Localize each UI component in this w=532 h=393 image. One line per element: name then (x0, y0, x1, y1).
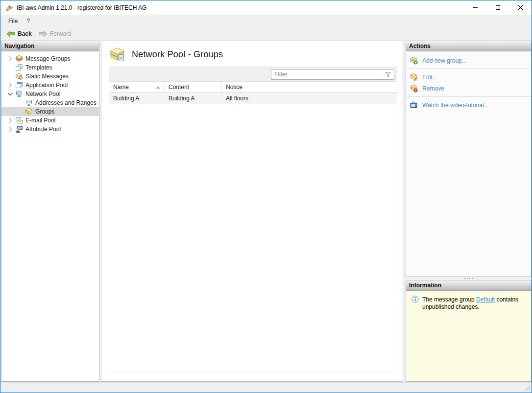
addresses-ranges-icon (25, 99, 33, 107)
sidebar-item-label: Templates (25, 64, 52, 71)
resize-grip[interactable] (529, 390, 530, 391)
column-header-name[interactable]: Name (109, 82, 165, 92)
action-label: Watch the video-tutorial... (422, 102, 489, 109)
info-text-prefix: The message group (422, 296, 476, 303)
edit-group-icon (410, 73, 418, 81)
add-group-icon (410, 56, 418, 65)
toolbar: Back Forward (0, 27, 532, 40)
forward-label: Forward (50, 30, 72, 37)
menu-file[interactable]: File (4, 16, 22, 26)
column-header-notice[interactable]: Notice (222, 82, 397, 92)
sidebar-item-label: Static Messages (25, 73, 69, 80)
sidebar-item-addresses-and-ranges[interactable]: Addresses and Ranges (1, 98, 99, 107)
forward-arrow-icon (39, 30, 48, 37)
chevron-down-icon[interactable] (6, 90, 14, 98)
window-controls (464, 0, 532, 15)
video-tutorial-link[interactable]: Watch the video-tutorial... (406, 99, 531, 111)
menu-help[interactable]: ? (22, 16, 34, 26)
sidebar-item-label: Attribute Pool (25, 126, 61, 133)
splitter-dot (467, 278, 468, 279)
chevron-right-icon[interactable] (6, 125, 14, 133)
actions-separator (407, 69, 531, 69)
sidebar-item-templates[interactable]: Templates (1, 63, 99, 72)
groups-icon (25, 108, 33, 116)
maximize-button[interactable] (486, 0, 509, 15)
action-label: Add new group... (422, 57, 467, 64)
back-label: Back (18, 30, 32, 37)
info-icon (411, 296, 419, 303)
column-label: Content (169, 84, 189, 91)
navigation-panel: Navigation Message Groups (1, 41, 99, 382)
filter-input[interactable] (271, 71, 384, 78)
forward-button[interactable]: Forward (35, 29, 75, 38)
page-title: Network Pool - Groups (132, 49, 223, 60)
video-tutorial-icon (410, 101, 418, 109)
column-label: Name (113, 84, 129, 91)
title-bar: IBI-aws Admin 1.21.0 - registered for IB… (0, 0, 532, 15)
edit-link[interactable]: Edit... (406, 71, 531, 83)
chevron-right-icon[interactable] (6, 81, 14, 89)
menu-bar: File ? (0, 15, 532, 27)
cell-name: Building A (109, 93, 165, 104)
sidebar-item-label: Application Pool (25, 82, 68, 89)
content-region: Navigation Message Groups (0, 40, 532, 382)
column-label: Notice (226, 84, 242, 91)
default-group-link[interactable]: Default (476, 296, 495, 303)
groups-table-block: Name Content Notice Building A Building … (109, 67, 397, 372)
navigation-tree: Message Groups Templates (1, 51, 99, 134)
remove-link[interactable]: Remove (406, 83, 531, 94)
sidebar-item-application-pool[interactable]: Application Pool (1, 81, 99, 90)
maximize-icon (496, 5, 500, 10)
navigation-header: Navigation (1, 41, 99, 51)
action-label: Edit... (422, 74, 437, 81)
minimize-button[interactable] (464, 0, 486, 15)
sidebar-item-label: Network Pool (25, 91, 60, 97)
sort-ascending-icon (156, 86, 160, 89)
static-messages-icon (15, 72, 23, 80)
chevron-right-icon[interactable] (6, 55, 14, 63)
close-button[interactable] (509, 0, 532, 15)
splitter-dot (464, 278, 465, 279)
actions-header: Actions (406, 41, 531, 51)
message-groups-icon (15, 55, 23, 63)
information-header: Information (406, 280, 531, 291)
window-title: IBI-aws Admin 1.21.0 - registered for IB… (17, 4, 146, 11)
remove-group-icon (410, 84, 418, 92)
sidebar-item-static-messages[interactable]: Static Messages (1, 72, 99, 81)
sidebar-item-label: E-mail Pool (25, 117, 55, 124)
column-header-content[interactable]: Content (165, 82, 222, 92)
email-pool-icon (15, 116, 23, 124)
chevron-right-icon[interactable] (6, 116, 14, 124)
back-button[interactable]: Back (3, 29, 35, 38)
attribute-pool-icon (15, 125, 23, 133)
sidebar-item-email-pool[interactable]: E-mail Pool (1, 116, 99, 125)
filter-funnel-icon[interactable] (384, 70, 392, 78)
cell-content: Building A (165, 93, 222, 104)
splitter-dot (469, 278, 470, 279)
filter-field (271, 69, 394, 80)
sidebar-item-attribute-pool[interactable]: Attribute Pool (1, 125, 99, 134)
sidebar-item-message-groups[interactable]: Message Groups (1, 54, 99, 63)
chevron-placeholder (6, 72, 14, 80)
sidebar-item-label: Addresses and Ranges (35, 99, 97, 106)
action-label: Remove (422, 85, 444, 92)
information-message: The message group Default contains unpub… (406, 291, 531, 311)
sidebar-item-label: Message Groups (25, 55, 70, 62)
app-window: IBI-aws Admin 1.21.0 - registered for IB… (0, 0, 532, 393)
table-row[interactable]: Building A Building A All floors (109, 93, 397, 104)
status-bar (0, 382, 532, 393)
sidebar-item-groups[interactable]: Groups (1, 107, 99, 116)
ibi-aws-logo-icon (5, 4, 13, 12)
templates-icon (15, 64, 23, 71)
splitter-dot (472, 278, 473, 279)
minimize-icon (473, 7, 478, 8)
filter-bar (109, 67, 397, 82)
table-header-row: Name Content Notice (109, 82, 397, 93)
network-group-box-icon (109, 46, 125, 63)
main-panel: Network Pool - Groups Name (101, 41, 403, 382)
chevron-placeholder (6, 64, 14, 71)
info-text: The message group Default contains unpub… (422, 296, 527, 311)
back-arrow-icon (6, 30, 15, 37)
sidebar-item-network-pool[interactable]: Network Pool (1, 90, 99, 98)
add-new-group-link[interactable]: Add new group... (406, 55, 531, 66)
